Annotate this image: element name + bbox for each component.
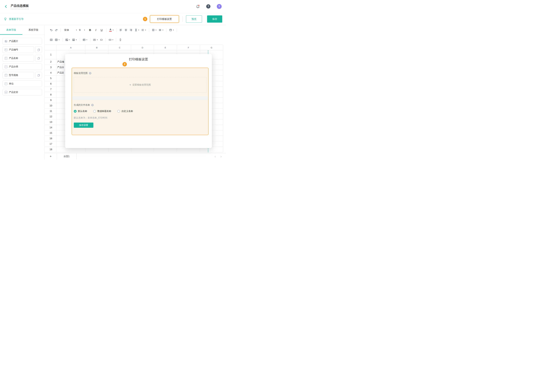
field-item[interactable]: 123产品定价 — [3, 89, 42, 95]
help-icon[interactable]: ? — [206, 4, 210, 8]
action-bar: 查看新手引导 1 打印模板设置 预览 保存 — [0, 13, 226, 25]
sheet-tab[interactable]: 分页1 — [57, 153, 77, 160]
align-center-button[interactable] — [123, 28, 128, 32]
row-header[interactable]: 13 — [45, 119, 57, 125]
font-family-select[interactable]: 宋体 — [63, 28, 78, 33]
set-scope-button[interactable]: + 设置模板使用范围 — [74, 77, 206, 93]
column-header[interactable]: A — [57, 45, 85, 50]
tab-form-fields[interactable]: 表单字段 — [0, 25, 22, 35]
row-header[interactable]: 6 — [45, 81, 57, 86]
filename-radio[interactable]: 自定义名称 — [117, 110, 133, 113]
row-header[interactable]: 16 — [45, 136, 57, 141]
field-row: 123产品定价 — [3, 89, 42, 95]
font-size-select[interactable]: 9 — [78, 28, 86, 32]
row-header[interactable]: 5 — [45, 76, 57, 81]
section-divider — [72, 96, 208, 100]
add-sheet-button[interactable]: + — [45, 155, 57, 158]
grid-header: ABCDEFG — [45, 45, 226, 50]
column-header[interactable]: D — [131, 45, 154, 50]
preview-button[interactable]: 预览 — [186, 15, 202, 23]
italic-button[interactable]: I — [93, 28, 99, 33]
toolbar-divider — [106, 38, 106, 42]
clone-field-button[interactable] — [35, 46, 42, 53]
insert-box-button[interactable] — [99, 38, 104, 42]
cell-lines-button[interactable] — [158, 28, 164, 32]
clone-field-button[interactable] — [35, 72, 42, 78]
font-color-button[interactable]: A — [108, 28, 115, 33]
print-template-settings-button[interactable]: 打印模板设置 — [150, 15, 179, 23]
select-field-icon — [4, 65, 7, 68]
insert-table-button[interactable] — [54, 38, 61, 42]
insert-textbox-button[interactable] — [92, 38, 99, 42]
back-button[interactable] — [4, 5, 8, 8]
row-header[interactable]: 18 — [45, 147, 57, 152]
field-item[interactable]: 产品分类 — [3, 63, 42, 70]
row-header[interactable]: 12 — [45, 114, 57, 119]
radio-label: 自定义名称 — [122, 110, 133, 113]
sheet-next-icon[interactable]: › — [220, 155, 222, 158]
font-size-value: 9 — [79, 29, 80, 32]
row-header[interactable]: 4 — [45, 70, 57, 76]
row-header[interactable]: 17 — [45, 141, 57, 147]
save-settings-button[interactable]: 保存设置 — [74, 122, 93, 128]
undo-button[interactable] — [49, 28, 54, 32]
row-header[interactable]: 8 — [45, 92, 57, 98]
border-button[interactable] — [151, 28, 158, 32]
pagination-button[interactable] — [108, 38, 114, 42]
field-row: 产品图片 — [3, 38, 42, 44]
notification-bell-icon[interactable] — [196, 4, 200, 8]
text-field-icon: T — [4, 74, 7, 77]
align-left-button[interactable] — [118, 28, 123, 32]
merge-cells-button[interactable] — [49, 38, 54, 42]
insert-image-button[interactable] — [64, 38, 71, 42]
field-item[interactable]: 单位 — [3, 80, 42, 87]
toolbar-divider — [116, 38, 116, 42]
line-spacing-button[interactable] — [140, 28, 147, 32]
avatar[interactable]: Y — [217, 4, 222, 9]
row-header[interactable]: 14 — [45, 125, 57, 130]
row-header[interactable]: 11 — [45, 108, 57, 114]
filename-radio[interactable]: 数据标题名称 — [93, 110, 111, 113]
insert-chart-button[interactable] — [71, 38, 78, 42]
radio-circle-icon — [74, 110, 77, 113]
newbie-guide-label: 查看新手引导 — [9, 17, 24, 21]
vertical-align-button[interactable] — [133, 28, 140, 32]
insert-field-button[interactable] — [81, 38, 88, 42]
page-title: 产品信息模板 — [11, 4, 29, 9]
column-header[interactable]: C — [108, 45, 131, 50]
row-header[interactable]: 2 — [45, 59, 57, 65]
page-setup-button[interactable] — [168, 28, 175, 32]
dialog-title: 打印模板设置 — [65, 57, 212, 62]
row-header[interactable]: 9 — [45, 98, 57, 103]
newbie-guide-link[interactable]: 查看新手引导 — [4, 17, 24, 21]
radio-circle-icon — [93, 110, 96, 113]
row-header[interactable]: 15 — [45, 130, 57, 136]
filename-radio[interactable]: 默认名称 — [74, 110, 87, 113]
column-header[interactable]: E — [154, 45, 177, 50]
field-item[interactable]: 产品图片 — [3, 38, 42, 44]
tab-system-fields[interactable]: 系统字段 — [22, 25, 45, 35]
clone-field-button[interactable] — [35, 55, 42, 62]
toolbar-divider — [60, 28, 61, 32]
row-header[interactable]: 1 — [45, 50, 57, 59]
page-break-button[interactable] — [118, 38, 123, 42]
row-header[interactable]: 7 — [45, 86, 57, 92]
column-header[interactable]: F — [177, 45, 200, 50]
row-header[interactable]: 3 — [45, 65, 57, 70]
select-all-corner[interactable] — [45, 45, 57, 50]
save-button[interactable]: 保存 — [207, 15, 222, 23]
column-header[interactable]: G — [200, 45, 223, 50]
help-icon[interactable] — [91, 104, 94, 106]
field-item[interactable]: T型号规格 — [3, 72, 34, 78]
help-icon[interactable] — [89, 72, 91, 74]
align-right-button[interactable] — [128, 28, 133, 32]
field-item[interactable]: NO.产品编号 — [3, 46, 34, 53]
field-row: 产品分类 — [3, 63, 42, 70]
redo-button[interactable] — [54, 28, 59, 32]
field-item[interactable]: T产品名称 — [3, 55, 34, 62]
sheet-prev-icon[interactable]: ‹ — [215, 155, 216, 158]
row-header[interactable]: 10 — [45, 103, 57, 108]
underline-button[interactable]: U — [99, 28, 104, 33]
column-header[interactable]: B — [85, 45, 108, 50]
bold-button[interactable]: B — [87, 28, 93, 33]
